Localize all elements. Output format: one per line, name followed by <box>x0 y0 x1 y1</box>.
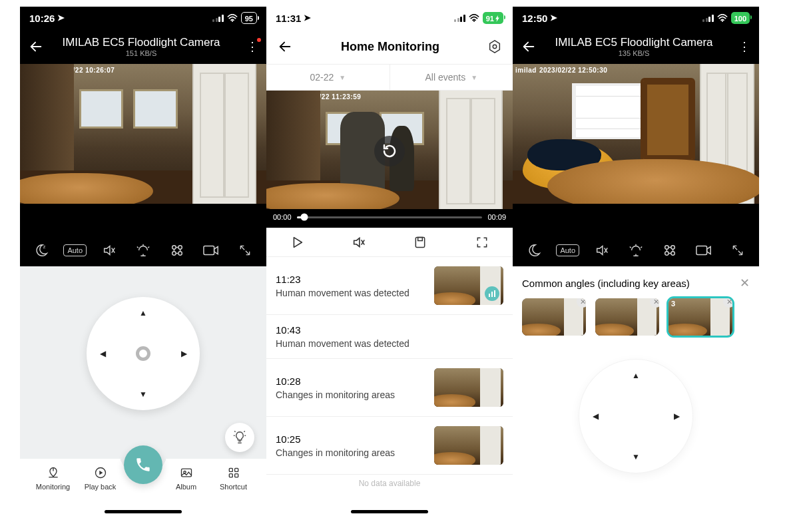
location-icon: ➤ <box>57 13 65 23</box>
event-thumbnail[interactable] <box>434 368 503 407</box>
battery-indicator: 95 <box>241 12 257 24</box>
night-mode-button[interactable] <box>521 240 547 261</box>
status-bar: 10:26 ➤ 95 <box>20 7 266 29</box>
location-icon: ➤ <box>304 13 311 23</box>
ptz-panel: ▲ ▼ ◀ ▶ Monitoring Play back Album <box>20 266 266 516</box>
svg-rect-27 <box>696 246 707 255</box>
mute-button[interactable] <box>589 240 615 261</box>
ptz-right[interactable]: ▶ <box>670 409 683 423</box>
event-item[interactable]: 10:28Changes in monitoring areas <box>266 359 513 417</box>
ptz-down[interactable]: ▼ <box>629 450 643 463</box>
event-item[interactable]: 10:25Changes in monitoring areas <box>266 417 513 475</box>
svg-rect-20 <box>491 292 493 297</box>
svg-point-25 <box>665 252 669 256</box>
screen-common-angles: 12:50 ➤ 100 IMILAB EC5 Floodlight Camera… <box>513 7 759 516</box>
stats-icon <box>485 286 499 301</box>
ptz-center[interactable] <box>136 346 150 361</box>
svg-point-2 <box>172 246 176 250</box>
svg-point-26 <box>671 252 675 256</box>
floodlight-toggle[interactable] <box>225 423 254 452</box>
fullscreen-button[interactable] <box>232 240 258 261</box>
record-button[interactable] <box>690 240 717 261</box>
location-icon: ➤ <box>550 13 557 23</box>
tab-shortcut[interactable]: Shortcut <box>210 465 257 491</box>
wifi-icon <box>717 14 728 22</box>
date-filter[interactable]: 02-22▼ <box>266 65 390 90</box>
svg-rect-10 <box>229 468 232 471</box>
angle-preset-1[interactable]: ✕ <box>522 298 586 336</box>
ptz-dpad: ▲ ▼ ◀ ▶ <box>87 297 200 410</box>
event-thumbnail[interactable] <box>434 426 503 465</box>
svg-marker-15 <box>490 41 500 53</box>
svg-point-23 <box>665 246 669 250</box>
ptz-left[interactable]: ◀ <box>589 409 602 423</box>
app-header: IMILAB EC5 Floodlight Camera 135 KB/S ⋮ <box>513 29 759 64</box>
svg-point-16 <box>493 45 497 49</box>
mute-button[interactable] <box>346 232 372 252</box>
light-control-button[interactable] <box>623 240 649 261</box>
progress-current: 00:00 <box>273 213 292 221</box>
ptz-up[interactable]: ▲ <box>136 306 150 320</box>
multiview-button[interactable] <box>164 240 190 261</box>
svg-point-4 <box>172 252 176 256</box>
svg-rect-18 <box>418 237 423 240</box>
event-type-filter[interactable]: All events▼ <box>390 65 513 90</box>
more-menu-button[interactable]: ⋮ <box>736 39 752 54</box>
mute-button[interactable] <box>96 240 123 261</box>
status-bar: 12:50 ➤ 100 <box>513 7 759 29</box>
event-thumbnail[interactable] <box>434 266 503 305</box>
night-mode-button[interactable]: z <box>28 240 55 261</box>
chevron-down-icon: ▼ <box>339 74 346 81</box>
live-feed[interactable]: IMILAD 2023/02/22 12:50:30 <box>513 64 759 234</box>
event-item[interactable]: 10:43Human movement was detected <box>266 315 513 359</box>
more-menu-button[interactable]: ⋮ <box>244 39 260 54</box>
camera-title: IMILAB EC5 Floodlight Camera <box>531 36 736 49</box>
svg-point-22 <box>722 21 723 22</box>
common-angles-card: Common angles (including key areas) ✕ ✕ … <box>513 266 759 340</box>
angle-preset-2[interactable]: ✕ <box>595 298 659 336</box>
record-button[interactable] <box>198 240 224 261</box>
ptz-down[interactable]: ▼ <box>136 388 150 401</box>
svg-point-0 <box>232 21 233 22</box>
tab-playback[interactable]: Play back <box>77 465 124 491</box>
svg-text:z: z <box>43 244 45 250</box>
talk-button[interactable] <box>124 445 162 484</box>
settings-button[interactable] <box>486 38 503 55</box>
feed-toolbar: Auto <box>513 234 759 266</box>
bottom-tabbar: Monitoring Play back Album Shortcut <box>20 459 266 516</box>
tab-monitoring[interactable]: Monitoring <box>29 465 77 491</box>
page-title: Home Monitoring <box>294 40 486 54</box>
svg-point-3 <box>178 246 182 250</box>
play-button[interactable] <box>284 232 310 252</box>
angle-preset-3[interactable]: 3✕ <box>668 298 732 336</box>
ptz-right[interactable]: ▶ <box>177 347 190 360</box>
ptz-up[interactable]: ▲ <box>629 369 643 382</box>
save-clip-button[interactable] <box>407 232 433 252</box>
live-feed[interactable]: IMILAD 2023/02/22 10:26:07 <box>20 64 266 234</box>
quality-auto-button[interactable]: Auto <box>62 240 89 261</box>
svg-rect-11 <box>234 468 238 471</box>
quality-auto-button[interactable]: Auto <box>555 240 581 261</box>
fullscreen-button[interactable] <box>469 232 495 252</box>
multiview-button[interactable] <box>657 240 683 261</box>
event-item[interactable]: 11:23Human movement was detected <box>266 257 513 315</box>
feed-toolbar: z Auto <box>20 234 266 266</box>
camera-title: IMILAB EC5 Floodlight Camera <box>39 36 244 49</box>
event-player: IMILAD 2023/02/22 11:23:59 00:00 00:09 <box>266 91 513 228</box>
wifi-icon <box>469 14 479 22</box>
svg-point-14 <box>473 21 475 22</box>
tab-album[interactable]: Album <box>162 465 210 491</box>
progress-bar[interactable]: 00:00 00:09 <box>266 209 513 228</box>
back-button[interactable] <box>276 37 294 56</box>
svg-point-24 <box>671 246 675 250</box>
fullscreen-button[interactable] <box>724 240 751 261</box>
close-card-button[interactable]: ✕ <box>740 276 750 290</box>
ptz-left[interactable]: ◀ <box>96 347 109 360</box>
progress-total: 00:09 <box>487 213 506 221</box>
light-control-button[interactable] <box>130 240 156 261</box>
clock-label: 10:26 <box>29 13 55 24</box>
svg-rect-12 <box>229 474 232 477</box>
status-bar: 11:31 ➤ 91 <box>266 7 513 29</box>
svg-rect-6 <box>204 246 214 255</box>
replay-button[interactable] <box>374 136 405 166</box>
